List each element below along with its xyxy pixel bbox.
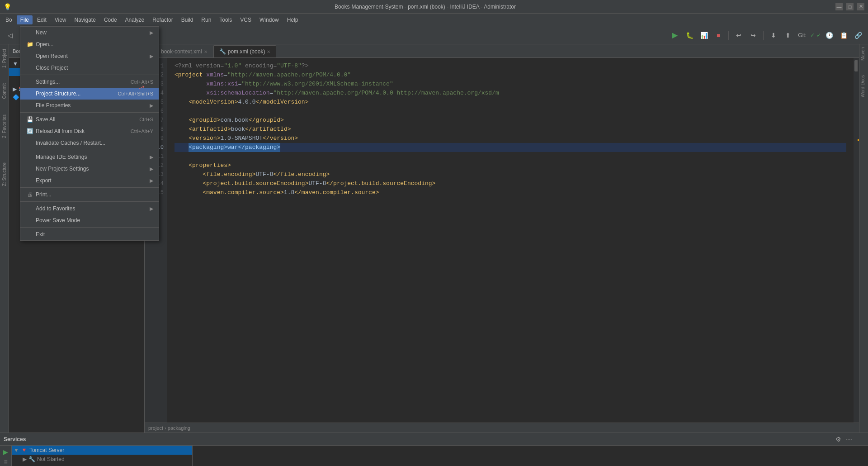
code-line-11 [175, 152, 846, 161]
tab-commit[interactable]: Commit [1, 81, 8, 101]
tab-book-context-close[interactable]: ✕ [204, 49, 208, 54]
menu-sep-1 [20, 75, 159, 75]
menu-item-analyze[interactable]: Analyze [122, 15, 148, 24]
menu-item-code[interactable]: Code [100, 15, 121, 24]
reload-shortcut: Ctrl+Alt+Y [131, 128, 153, 134]
menu-entry-manage-ide[interactable]: Manage IDE Settings ▶ [20, 151, 159, 163]
menu-entry-export-label: Export [36, 177, 150, 184]
services-tomcat-item[interactable]: ▼ 🔻 Tomcat Server [12, 446, 192, 455]
menu-item-tools[interactable]: Tools [216, 15, 236, 24]
manage-ide-arrow-icon: ▶ [150, 154, 153, 160]
stop-button[interactable]: ■ [712, 29, 725, 42]
tomcat-label: Tomcat Server [29, 447, 64, 453]
services-close-btn[interactable]: — [855, 435, 864, 444]
tab-favorites[interactable]: 2: Favorites [1, 112, 8, 141]
menu-entry-exit[interactable]: Exit [20, 228, 159, 240]
menu-entry-open-recent-label: Open Recent [36, 53, 150, 59]
toolbar-sep3 [728, 31, 729, 40]
back-button[interactable]: ◁ [4, 29, 16, 42]
tab-project[interactable]: 1: Project [1, 46, 8, 71]
menu-entry-invalidate[interactable]: Invalidate Caches / Restart... [20, 137, 159, 149]
menu-item-navigate[interactable]: Navigate [71, 15, 99, 24]
close-button[interactable]: ✕ [857, 3, 864, 10]
minimize-button[interactable]: — [835, 3, 843, 10]
share-button[interactable]: 🔗 [852, 29, 864, 42]
debug-button[interactable]: 🐛 [683, 29, 696, 42]
vcs-button[interactable]: 📋 [837, 29, 850, 42]
undo-button[interactable]: ↩ [732, 29, 745, 42]
menu-entry-save-label: Save All [36, 116, 130, 123]
run-with-coverage-button[interactable]: 📊 [698, 29, 710, 42]
editor-container: 📄 book-context.xml ✕ 🔧 pom.xml (book) ✕ … [145, 44, 859, 433]
services-settings-btn[interactable]: ⚙ [834, 435, 843, 444]
menu-entry-export[interactable]: Export ▶ [20, 175, 159, 186]
tab-pom-book[interactable]: 🔧 pom.xml (book) ✕ [213, 45, 277, 57]
git-label: Git: [796, 32, 808, 38]
services-not-started-item[interactable]: ▶ 🔧 Not Started [12, 455, 192, 464]
menu-bar: Bo File Edit View Navigate Code Analyze … [0, 14, 868, 26]
maximize-button[interactable]: □ [846, 3, 854, 10]
menu-entry-open-recent[interactable]: Open Recent ▶ [20, 50, 159, 62]
menu-entry-manage-ide-label: Manage IDE Settings [36, 154, 150, 160]
menu-entry-exit-label: Exit [36, 231, 153, 238]
menu-entry-close-project[interactable]: Close Project [20, 62, 159, 74]
vertical-scrollbar[interactable] [854, 58, 859, 423]
menu-item-file[interactable]: File [17, 15, 33, 24]
code-content: <?xml version="1.0" encoding="UTF-8"?> <… [167, 58, 854, 423]
menu-item-vcs[interactable]: VCS [236, 15, 255, 24]
tab-pom-label: pom.xml (book) [228, 48, 265, 55]
menu-entry-print[interactable]: 🖨 Print... [20, 189, 159, 200]
menu-entry-new-projects[interactable]: New Projects Settings ▶ [20, 163, 159, 175]
menu-item-edit[interactable]: Edit [33, 15, 50, 24]
menu-entry-save-all[interactable]: 💾 Save All Ctrl+S [20, 114, 159, 125]
not-started-label: Not Started [37, 456, 65, 462]
settings-shortcut: Ctrl+Alt+S [131, 79, 153, 85]
menu-item-refactor[interactable]: Refactor [149, 15, 176, 24]
tree-expand-icon: ▼ [13, 61, 18, 67]
title-bar-title: Books-Management-System - pom.xml (book)… [15, 4, 835, 10]
menu-entry-open-label: Open... [36, 41, 153, 48]
code-line-13: <file.encoding>UTF-8</file.encoding> [175, 170, 846, 179]
services-options-btn[interactable]: ⋯ [844, 435, 854, 444]
code-line-7: <groupId>com.book</groupId> [175, 116, 846, 125]
menu-entry-power-save[interactable]: Power Save Mode [20, 214, 159, 226]
services-toolbar: ⚙ ⋯ — [834, 435, 864, 444]
tab-pom-close[interactable]: ✕ [267, 49, 270, 54]
menu-entry-file-props[interactable]: File Properties ▶ [20, 100, 159, 111]
breadcrumb-path: project › packaging [148, 425, 190, 431]
menu-item-run[interactable]: Run [198, 15, 215, 24]
menu-item-help[interactable]: Help [283, 15, 302, 24]
menu-entry-close-project-label: Close Project [36, 65, 153, 71]
menu-item-bo[interactable]: Bo [2, 15, 16, 24]
tab-word-docs[interactable]: Word Docs [859, 72, 868, 100]
menu-entry-project-structure[interactable]: Project Structure... Ctrl+Alt+Shift+S [20, 88, 159, 100]
menu-entry-reload[interactable]: 🔄 Reload All from Disk Ctrl+Alt+Y [20, 125, 159, 137]
menu-sep-5 [20, 201, 159, 202]
git-check2-icon: ✓ [816, 32, 821, 38]
menu-entry-new-projects-label: New Projects Settings [36, 166, 150, 172]
editor-tabs: 📄 book-context.xml ✕ 🔧 pom.xml (book) ✕ [145, 44, 859, 58]
services-detail-panel: Select service to view details [193, 446, 868, 466]
menu-item-view[interactable]: View [51, 15, 70, 24]
code-line-4: xsi:schemaLocation="http://maven.apache.… [175, 89, 846, 98]
tab-maven[interactable]: Maven [859, 44, 868, 63]
menu-entry-add-favorites[interactable]: Add to Favorites ▶ [20, 203, 159, 214]
menu-item-window[interactable]: Window [256, 15, 283, 24]
git-history-button[interactable]: 🕐 [823, 29, 835, 42]
services-run-btn[interactable]: ▶ [1, 447, 10, 456]
redo-button[interactable]: ↪ [747, 29, 760, 42]
run-button[interactable]: ▶ [669, 29, 681, 42]
menu-entry-new[interactable]: New ▶ [20, 27, 159, 38]
menu-item-build[interactable]: Build [178, 15, 197, 24]
tomcat-expand-icon: ▼ [14, 447, 19, 453]
menu-entry-settings-label: Settings... [36, 79, 122, 85]
services-panel-title: Services [4, 436, 26, 442]
git-push-button[interactable]: ⬆ [782, 29, 794, 42]
bottom-panel-header: Services ⚙ ⋯ — [0, 433, 868, 446]
menu-entry-settings[interactable]: Settings... Ctrl+Alt+S [20, 76, 159, 88]
git-update-button[interactable]: ⬇ [767, 29, 780, 42]
editor-area[interactable]: 1 2 3 4 5 6 7 8 9 10 11 12 13 14 15 <?xm… [145, 58, 859, 423]
services-group-btn[interactable]: ≡ [1, 457, 10, 466]
menu-entry-open[interactable]: 📁 Open... [20, 38, 159, 50]
tab-z-structure[interactable]: Z: Structure [1, 160, 8, 189]
